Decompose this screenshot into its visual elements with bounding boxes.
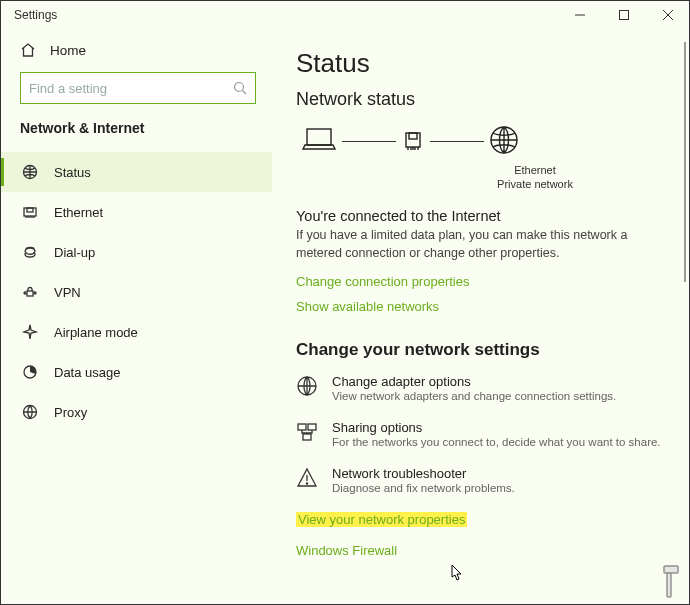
vpn-icon: [22, 284, 38, 300]
sidebar-item-airplane[interactable]: Airplane mode: [0, 312, 272, 352]
diagram-label: Ethernet Private network: [400, 163, 670, 192]
svg-point-10: [24, 292, 26, 294]
proxy-icon: [22, 404, 38, 420]
row-description: Diagnose and fix network problems.: [332, 482, 515, 494]
svg-rect-16: [409, 133, 417, 139]
sidebar-item-dialup[interactable]: Dial-up: [0, 232, 272, 272]
window-controls: [558, 0, 690, 30]
sidebar-item-label: Ethernet: [54, 205, 103, 220]
sidebar-item-datausage[interactable]: Data usage: [0, 352, 272, 392]
svg-rect-25: [667, 573, 671, 597]
link-view-network-properties[interactable]: View your network properties: [296, 512, 467, 527]
laptop-icon: [300, 125, 338, 158]
sidebar-item-vpn[interactable]: VPN: [0, 272, 272, 312]
sidebar-item-label: Data usage: [54, 365, 121, 380]
airplane-icon: [22, 324, 38, 340]
sidebar-item-label: Airplane mode: [54, 325, 138, 340]
scrollbar-thumb[interactable]: [684, 42, 686, 282]
maximize-button[interactable]: [602, 0, 646, 30]
svg-rect-20: [308, 424, 316, 430]
troubleshooter-icon: [296, 467, 318, 489]
sidebar-item-status[interactable]: Status: [0, 152, 272, 192]
window-title: Settings: [14, 8, 57, 22]
sidebar-item-label: VPN: [54, 285, 81, 300]
svg-rect-14: [307, 129, 331, 145]
sidebar-home[interactable]: Home: [0, 34, 272, 66]
home-icon: [20, 42, 36, 58]
close-button[interactable]: [646, 0, 690, 30]
svg-rect-15: [406, 133, 420, 147]
row-description: For the networks you connect to, decide …: [332, 436, 661, 448]
watermark-icon: [644, 562, 686, 604]
svg-rect-24: [664, 566, 678, 573]
change-settings-heading: Change your network settings: [296, 340, 670, 360]
svg-rect-8: [27, 208, 33, 212]
adapter-icon: [400, 127, 426, 156]
svg-point-23: [306, 483, 307, 484]
search-icon: [233, 81, 247, 95]
row-sharing-options[interactable]: Sharing options For the networks you con…: [296, 420, 670, 448]
sharing-icon: [296, 421, 318, 443]
main-content: Status Network status Ethernet Private n…: [272, 30, 690, 605]
search-box[interactable]: [20, 72, 256, 104]
ethernet-icon: [22, 204, 38, 220]
svg-point-11: [34, 292, 36, 294]
page-title: Status: [296, 48, 670, 79]
row-change-adapter-options[interactable]: Change adapter options View network adap…: [296, 374, 670, 402]
connected-description: If you have a limited data plan, you can…: [296, 226, 656, 262]
svg-line-5: [243, 91, 247, 95]
category-header: Network & Internet: [0, 114, 272, 146]
sidebar-item-label: Proxy: [54, 405, 87, 420]
svg-rect-19: [298, 424, 306, 430]
search-input[interactable]: [29, 81, 233, 96]
row-title: Sharing options: [332, 420, 661, 435]
data-usage-icon: [22, 364, 38, 380]
svg-point-4: [235, 83, 244, 92]
link-show-available-networks[interactable]: Show available networks: [296, 299, 439, 314]
sidebar-item-label: Status: [54, 165, 91, 180]
svg-rect-1: [620, 11, 629, 20]
adapter-options-icon: [296, 375, 318, 397]
sidebar: Home Network & Internet Status: [0, 30, 272, 605]
link-change-connection-properties[interactable]: Change connection properties: [296, 274, 469, 289]
sidebar-item-label: Dial-up: [54, 245, 95, 260]
svg-rect-21: [303, 434, 311, 440]
minimize-button[interactable]: [558, 0, 602, 30]
sidebar-item-proxy[interactable]: Proxy: [0, 392, 272, 432]
svg-rect-9: [27, 291, 33, 296]
row-description: View network adapters and change connect…: [332, 390, 616, 402]
row-title: Network troubleshooter: [332, 466, 515, 481]
scrollbar[interactable]: [682, 42, 686, 593]
row-network-troubleshooter[interactable]: Network troubleshooter Diagnose and fix …: [296, 466, 670, 494]
network-diagram: [300, 124, 670, 159]
page-subtitle: Network status: [296, 89, 670, 110]
row-title: Change adapter options: [332, 374, 616, 389]
dialup-icon: [22, 244, 38, 260]
titlebar: Settings: [0, 0, 690, 30]
connected-heading: You're connected to the Internet: [296, 208, 670, 224]
sidebar-home-label: Home: [50, 43, 86, 58]
sidebar-item-ethernet[interactable]: Ethernet: [0, 192, 272, 232]
globe-icon: [488, 124, 520, 159]
link-windows-firewall[interactable]: Windows Firewall: [296, 543, 397, 558]
status-icon: [22, 164, 38, 180]
